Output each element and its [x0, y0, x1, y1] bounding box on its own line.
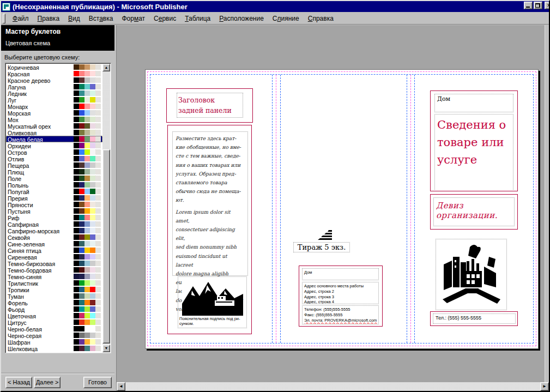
- back-panel-picture-frame[interactable]: Пояснительная подпись под ри-сунком.: [178, 276, 247, 328]
- address-box[interactable]: Дом Адрес основного места работыАдрес, с…: [299, 266, 383, 327]
- restore-button[interactable]: [534, 2, 542, 9]
- scheme-option[interactable]: Остров: [6, 149, 102, 155]
- color-swatch: [84, 195, 90, 201]
- vertical-scrollbar[interactable]: [545, 25, 549, 382]
- scheme-option[interactable]: Сапфирно-морская: [6, 227, 102, 234]
- scheme-option[interactable]: Орхидеи: [6, 142, 102, 149]
- publication-canvas[interactable]: Заголовок задней панели Разместите здесь…: [117, 25, 546, 382]
- title-bar[interactable]: (Несохраненная публикация) - Microsoft P…: [1, 1, 549, 12]
- horizontal-scrollbar[interactable]: ◄ ►: [117, 382, 549, 391]
- back-panel-body-box[interactable]: Разместите здесь крат-кие обобщенные, но…: [167, 125, 252, 334]
- color-scheme-listbox[interactable]: КоричневаяКраснаяКрасное деревоЛагунаЛед…: [5, 63, 111, 353]
- scheme-option[interactable]: Цитрус: [6, 319, 102, 325]
- scroll-up-icon[interactable]: ▲: [102, 64, 110, 71]
- menu-слияние[interactable]: Слияние: [268, 14, 304, 23]
- scheme-option[interactable]: Плющ: [6, 168, 102, 175]
- scheme-option[interactable]: Темно-бордовая: [6, 267, 102, 273]
- scheme-option[interactable]: Форель: [6, 299, 102, 306]
- scheme-option[interactable]: Темно-бирюзовая: [6, 260, 102, 267]
- menu-сервис[interactable]: Сервис: [149, 14, 180, 23]
- scheme-option[interactable]: Попугай: [6, 188, 102, 195]
- motto-text[interactable]: Девиз организации.: [433, 197, 515, 226]
- menu-справка[interactable]: Справка: [304, 14, 338, 23]
- scroll-right-icon[interactable]: ►: [540, 382, 549, 391]
- scheme-option[interactable]: Цветочная: [6, 312, 102, 319]
- menu-правка[interactable]: Правка: [33, 14, 64, 23]
- scheme-option[interactable]: Сапфирная: [6, 221, 102, 227]
- menu-формат[interactable]: Формат: [117, 14, 149, 23]
- color-swatch: [90, 195, 95, 201]
- scheme-option[interactable]: Тропики: [6, 286, 102, 293]
- scheme-option[interactable]: Ледник: [6, 90, 102, 97]
- back-panel-body-text[interactable]: Разместите здесь крат-кие обобщенные, но…: [172, 131, 248, 276]
- minimize-button[interactable]: [524, 2, 533, 9]
- organization-name[interactable]: Тираж 5 экз.: [293, 242, 350, 252]
- scheme-option[interactable]: Коричневая: [6, 64, 102, 70]
- scheme-option[interactable]: Оливковая: [6, 129, 102, 136]
- scheme-option[interactable]: Пряности: [6, 201, 102, 208]
- scroll-thumb[interactable]: [102, 149, 110, 343]
- scheme-option[interactable]: Черно-серая: [6, 332, 102, 339]
- scheme-option[interactable]: Риф: [6, 214, 102, 221]
- menu-вид[interactable]: Вид: [64, 14, 84, 23]
- front-picture-frame[interactable]: [436, 239, 507, 310]
- scheme-option[interactable]: Красное дерево: [6, 77, 102, 83]
- back-button[interactable]: < Назад: [5, 377, 32, 388]
- brochure-page[interactable]: Заголовок задней панели Разместите здесь…: [145, 69, 539, 349]
- phone-number[interactable]: Тел.: (555) 555-5555: [433, 313, 516, 324]
- motto-box[interactable]: Девиз организации.: [430, 194, 518, 230]
- scroll-down-icon[interactable]: ▼: [102, 345, 110, 352]
- back-panel-heading-box[interactable]: Заголовок задней панели: [166, 88, 253, 123]
- scheme-option[interactable]: Сиреневая: [6, 254, 102, 260]
- address-org-title[interactable]: Дом: [302, 268, 379, 280]
- phone-box[interactable]: Тел.: (555) 555-5555: [430, 311, 518, 326]
- menu-таблица[interactable]: Таблица: [180, 14, 215, 23]
- empty-swatch: [95, 241, 101, 246]
- scheme-option[interactable]: Туман: [6, 293, 102, 299]
- color-swatch: [84, 319, 90, 325]
- scheme-option[interactable]: Шелковица: [6, 345, 102, 352]
- front-panel-title-box[interactable]: Дом Сведения о товаре или услуге: [430, 91, 518, 191]
- scheme-option[interactable]: Отлив: [6, 155, 102, 162]
- scheme-option[interactable]: Темно-синяя: [6, 273, 102, 280]
- color-swatch: [90, 156, 95, 161]
- scheme-option[interactable]: Прерия: [6, 195, 102, 201]
- scheme-option[interactable]: Лагуна: [6, 83, 102, 90]
- list-scrollbar[interactable]: ▲ ▼: [102, 64, 110, 352]
- front-org-title[interactable]: Дом: [434, 94, 513, 112]
- scroll-left-icon[interactable]: ◄: [117, 382, 125, 391]
- menu-grip-handle[interactable]: [3, 14, 5, 23]
- menu-вставка[interactable]: Вставка: [84, 14, 118, 23]
- picture-caption[interactable]: Пояснительная подпись под ри-сунком.: [178, 316, 246, 327]
- menu-расположение[interactable]: Расположение: [215, 14, 268, 23]
- scheme-option[interactable]: Красная: [6, 70, 102, 77]
- scheme-option[interactable]: Морская: [6, 110, 102, 116]
- finish-button[interactable]: Готово: [83, 377, 112, 388]
- product-heading[interactable]: Сведения о товаре или услуге: [434, 114, 513, 190]
- close-button[interactable]: ✕: [545, 2, 550, 9]
- color-swatch: [84, 149, 90, 155]
- scheme-option[interactable]: Мускатный орех: [6, 123, 102, 129]
- scheme-option[interactable]: Пустыня: [6, 208, 102, 214]
- address-lines[interactable]: Адрес основного места работыАдрес, строк…: [302, 282, 379, 304]
- contact-lines[interactable]: Телефон: (555)555-5555Факс: (555)555-555…: [302, 305, 379, 324]
- scheme-option[interactable]: Шафран: [6, 339, 102, 345]
- scheme-option[interactable]: Полынь: [6, 182, 102, 188]
- scheme-option[interactable]: Луг: [6, 97, 102, 103]
- scheme-option[interactable]: Поле: [6, 175, 102, 182]
- next-button[interactable]: Далее >: [34, 377, 61, 388]
- scheme-option-selected[interactable]: Омела белая: [6, 136, 102, 142]
- back-panel-heading[interactable]: Заголовок задней панели: [177, 93, 243, 118]
- scheme-option[interactable]: Синяя птица: [6, 247, 102, 254]
- scheme-option[interactable]: Секвойя: [6, 234, 102, 240]
- scheme-option[interactable]: Черно-белая: [6, 325, 102, 332]
- menu-файл[interactable]: Файл: [8, 14, 33, 23]
- scheme-option[interactable]: Трилистник: [6, 280, 102, 286]
- color-swatch: [79, 248, 84, 253]
- scheme-option[interactable]: Мох: [6, 116, 102, 123]
- scheme-option[interactable]: Монарх: [6, 103, 102, 110]
- scheme-option[interactable]: Сине-зеленая: [6, 240, 102, 247]
- pyramid-logo-icon[interactable]: [316, 230, 333, 240]
- scheme-option[interactable]: Пещера: [6, 162, 102, 168]
- scheme-option[interactable]: Фьорд: [6, 306, 102, 312]
